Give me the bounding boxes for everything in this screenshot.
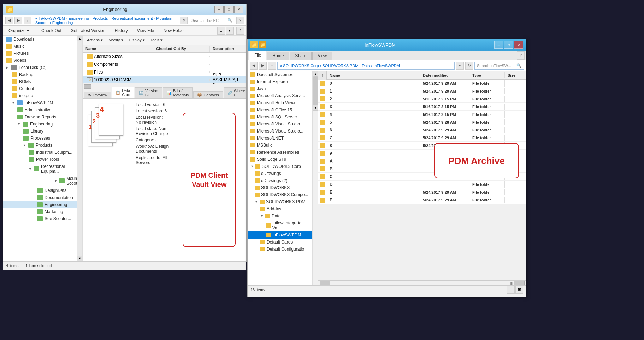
inflow-up-button[interactable]: ↑	[268, 62, 276, 70]
inflow-sidebar-item-sw-compo[interactable]: SOLIDWORKS Compo...	[248, 191, 312, 198]
col-checked-header[interactable]: Checked Out By	[153, 46, 210, 52]
sidebar-item-drawing-reports[interactable]: Drawing Reports	[14, 113, 77, 121]
inflow-sidebar-scroll-down[interactable]: ▼	[313, 105, 318, 111]
inflow-sidebar-item-ms-analysis[interactable]: Microsoft Analysis Servi...	[248, 92, 312, 99]
explorer-back-button[interactable]: ◀	[5, 17, 13, 24]
explorer-refresh-button[interactable]: ↻	[180, 17, 188, 24]
table-row[interactable]: Components	[83, 60, 246, 68]
explorer-address-path[interactable]: « InFlowSWPDM › Engineering › Products ›…	[33, 17, 178, 24]
inflow-sidebar-item-reference[interactable]: Reference Assemblies	[248, 149, 312, 156]
inflow-sidebar-item-default-config[interactable]: Default Configuratio...	[248, 246, 312, 253]
sidebar-item-boms[interactable]: BOMs	[9, 78, 77, 85]
sidebar-item-see-scooter[interactable]: See Scooter...	[3, 215, 77, 222]
inflow-sidebar-item-java[interactable]: Java	[248, 85, 312, 92]
tab-share[interactable]: Share	[290, 52, 312, 60]
inflow-sidebar-item-inflowswpdm[interactable]: InFlowSWPDM	[248, 231, 312, 239]
tab-file[interactable]: File	[249, 51, 266, 60]
tab-where-used[interactable]: 🔗 Where U...	[224, 87, 246, 98]
inflow-forward-button[interactable]: ▶	[259, 62, 267, 70]
inflow-sidebar-item-ms-help[interactable]: Microsoft Help Viewer	[248, 99, 312, 106]
explorer-forward-button[interactable]: ▶	[14, 17, 22, 24]
list-item[interactable]: 4 5/16/2017 2:15 PM File folder	[318, 111, 526, 118]
explorer-maximize-button[interactable]: □	[224, 6, 234, 13]
list-item[interactable]: 2 5/16/2017 2:15 PM File folder	[318, 95, 526, 103]
list-item[interactable]: 7 5/24/2017 9:29 AM File folder	[318, 134, 526, 142]
col-name-header[interactable]: Name	[83, 46, 153, 52]
sidebar-item-localdisk[interactable]: ▶ Local Disk (C:)	[3, 64, 77, 71]
sidebar-item-powertools[interactable]: Power Tools	[26, 156, 77, 163]
tools-button[interactable]: Tools ▾	[148, 37, 165, 43]
tab-datacard[interactable]: 📋 Data Card	[112, 87, 134, 98]
inflow-sidebar-item-solid-edge[interactable]: Solid Edge ST9	[248, 156, 312, 163]
list-item[interactable]: D File folder	[318, 181, 526, 188]
sidebar-item-library[interactable]: Library	[20, 128, 77, 135]
inflow-sidebar-scroll[interactable]: Dassault Systemes Internet Explorer Java…	[248, 71, 312, 285]
sidebar-item-music[interactable]: Music	[3, 43, 77, 50]
checkout-button[interactable]: Check Out	[38, 27, 65, 34]
inflow-sidebar-item-ms-net[interactable]: Microsoft.NET	[248, 135, 312, 142]
inflow-sidebar-item-default-cards[interactable]: Default Cards	[248, 239, 312, 246]
inflow-col-size-header[interactable]: Size	[505, 72, 526, 78]
display-button[interactable]: Display ▾	[127, 37, 147, 43]
inflow-sidebar-item-ms-sql[interactable]: Microsoft SQL Server	[248, 113, 312, 121]
tab-home[interactable]: Home	[267, 52, 289, 60]
inflow-view-icons-button[interactable]: ⊞	[515, 286, 523, 294]
modify-button[interactable]: Modify ▾	[106, 37, 125, 43]
inflow-maximize-button[interactable]: □	[504, 41, 513, 49]
col-desc-header[interactable]: Description	[210, 46, 246, 52]
inflow-search-box[interactable]: Search InFlowSW... 🔍	[474, 62, 524, 70]
inflow-address-path[interactable]: « SOLIDWORKS Corp › SOLIDWORKS PDM › Dat…	[277, 62, 455, 70]
sidebar-item-videos[interactable]: Videos	[3, 57, 77, 64]
sidebar-item-content[interactable]: Content	[9, 85, 77, 92]
sidebar-item-pictures[interactable]: Pictures	[3, 50, 77, 57]
sidebar-scroll-down[interactable]: ▼	[77, 256, 83, 261]
inflow-sidebar-item-ie[interactable]: Internet Explorer	[248, 78, 312, 85]
tab-version[interactable]: 🔄 Version 6/6	[135, 87, 162, 98]
sidebar-item-inflow[interactable]: ▼ InFlowSWPDM	[9, 99, 77, 106]
tab-preview[interactable]: 👁 Preview	[84, 92, 111, 98]
help-button[interactable]: ?	[236, 17, 244, 24]
inflow-sidebar-item-dassault[interactable]: Dassault Systemes	[248, 71, 312, 78]
sidebar-item-products[interactable]: ▼ Products	[20, 142, 77, 149]
inflow-close-button[interactable]: ✕	[514, 41, 523, 49]
list-item[interactable]: 6 5/24/2017 9:29 AM File folder	[318, 126, 526, 134]
inflow-sidebar-item-edrawings2[interactable]: eDrawings (2)	[248, 177, 312, 184]
view-file-button[interactable]: View File	[134, 27, 157, 34]
sidebar-item-designdata[interactable]: DesignData	[3, 187, 77, 194]
list-item[interactable]: 5 5/24/2017 9:28 AM File folder	[318, 118, 526, 126]
inflow-path-dropdown[interactable]: ▾	[456, 62, 464, 70]
inflow-sidebar-item-ms-vs1[interactable]: Microsoft Visual Studio...	[248, 121, 312, 128]
inflow-sidebar-item-msbuild[interactable]: MSBuild	[248, 142, 312, 149]
list-item[interactable]: F 5/24/2017 9:29 AM File folder	[318, 196, 526, 204]
tab-contains[interactable]: 📦 Contains	[193, 91, 223, 98]
explorer-search-box[interactable]: Search This PC 🔍	[189, 17, 235, 24]
sidebar-item-mountain-scooter[interactable]: ▼ Mountain Scooter	[26, 175, 77, 187]
list-item[interactable]: E 5/24/2017 9:29 AM File folder	[318, 188, 526, 196]
inflow-help-button[interactable]: ?	[517, 51, 525, 60]
explorer-close-button[interactable]: ✕	[234, 6, 243, 13]
inflow-minimize-button[interactable]: ─	[494, 41, 503, 49]
inflow-view-details-button[interactable]: ≡	[507, 286, 515, 294]
inflow-sidebar-item-data[interactable]: ▼ Data	[248, 212, 312, 219]
actions-button[interactable]: Actions ▾	[85, 37, 105, 43]
inflow-sidebar-item-solidworks[interactable]: SOLIDWORKS	[248, 184, 312, 191]
list-item[interactable]: 1 5/24/2017 9:29 AM File folder	[318, 87, 526, 95]
table-row[interactable]: Alternate Sizes	[83, 53, 246, 60]
history-button[interactable]: History	[111, 27, 131, 34]
inflow-col-date-header[interactable]: Date modified	[420, 72, 469, 78]
inflow-back-button[interactable]: ◀	[250, 62, 258, 70]
new-folder-button[interactable]: New Folder	[160, 27, 188, 34]
list-item[interactable]: 3 5/16/2017 2:15 PM File folder	[318, 103, 526, 111]
inflow-h-scroll[interactable]: |||	[318, 280, 526, 285]
explorer-up-button[interactable]: ↑	[24, 17, 31, 24]
sidebar-item-downloads[interactable]: Downloads	[3, 36, 77, 43]
inflow-sidebar-item-inflow-integrate[interactable]: Inflow Integrate Va...	[248, 219, 312, 231]
tab-bom[interactable]: 📊 Bill of Materials	[163, 87, 193, 98]
inflow-col-name-header[interactable]: Name	[327, 72, 420, 78]
inflow-sidebar-item-sw-corp[interactable]: ▼ SOLIDWORKS Corp	[248, 163, 312, 170]
inflow-sidebar-item-edrawings[interactable]: eDrawings	[248, 170, 312, 177]
inflow-sort-button[interactable]: ↑	[318, 71, 327, 80]
list-item[interactable]: 0 5/24/2017 9:29 AM File folder	[318, 80, 526, 87]
sidebar-item-marketing[interactable]: Marketing	[3, 208, 77, 215]
explorer-minimize-button[interactable]: ─	[214, 6, 224, 13]
